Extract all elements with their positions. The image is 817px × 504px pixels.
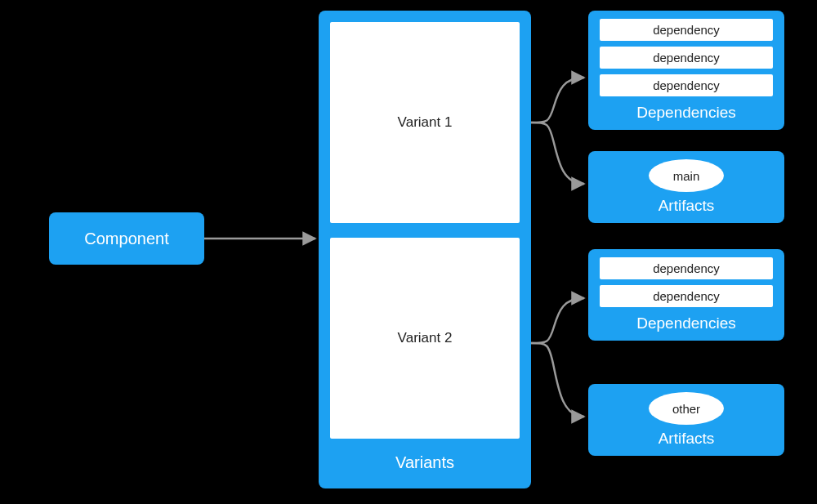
artifact-ellipse: other	[649, 392, 724, 425]
dependencies-panel-1: dependency dependency dependency Depende…	[588, 11, 784, 130]
dependency-item: dependency	[600, 19, 773, 41]
component-box: Component	[49, 212, 204, 265]
arrow-variant2-to-deps	[531, 298, 584, 343]
arrow-variant1-to-deps	[531, 78, 584, 123]
variant-card-1: Variant 1	[330, 22, 520, 223]
arrow-variant2-to-arts	[531, 343, 584, 417]
dependencies-title: Dependencies	[636, 314, 735, 334]
artifact-ellipse: main	[649, 159, 724, 192]
artifacts-title: Artifacts	[659, 197, 715, 216]
dependency-item: dependency	[600, 285, 773, 307]
dependencies-title: Dependencies	[636, 104, 735, 123]
artifacts-title: Artifacts	[659, 430, 715, 449]
artifact-label: main	[673, 169, 700, 183]
variant-card-2: Variant 2	[330, 238, 520, 439]
variant-2-label: Variant 2	[398, 330, 453, 346]
dependency-item: dependency	[600, 257, 773, 279]
dependencies-panel-2: dependency dependency Dependencies	[588, 249, 784, 341]
artifact-label: other	[672, 402, 700, 416]
arrow-variant1-to-arts	[531, 123, 584, 184]
variant-1-label: Variant 1	[398, 114, 453, 131]
dependency-item: dependency	[600, 47, 773, 69]
dependency-item: dependency	[600, 74, 773, 96]
variants-title: Variants	[395, 453, 454, 477]
component-label: Component	[84, 230, 168, 248]
artifacts-panel-1: main Artifacts	[588, 151, 784, 223]
artifacts-panel-2: other Artifacts	[588, 384, 784, 456]
variants-container: Variant 1 Variant 2 Variants	[319, 11, 531, 488]
